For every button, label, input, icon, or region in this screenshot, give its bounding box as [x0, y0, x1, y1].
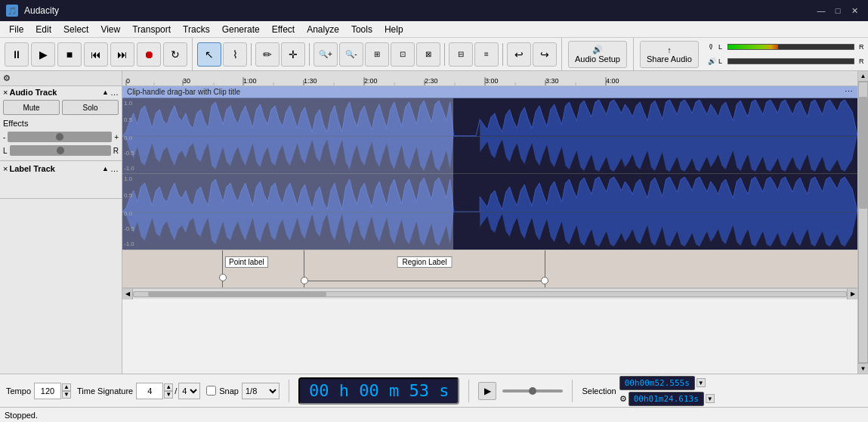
pan-row: L R [0, 144, 122, 157]
gear-icon[interactable]: ⚙ [619, 394, 627, 404]
scroll-up-button[interactable]: ▲ [858, 71, 868, 82]
audio-track-waveform[interactable]: Clip-handle drag-bar with Clip title ⋯ 1… [122, 86, 857, 250]
label-track-collapse[interactable]: ▲ [102, 165, 109, 172]
menu-tracks[interactable]: Tracks [177, 23, 216, 36]
v-scroll-track[interactable] [858, 82, 868, 363]
audio-setup-icon: 🔊 [592, 45, 603, 54]
audio-track-menu[interactable]: … [110, 88, 119, 97]
time-sig-num-down-button[interactable]: ▼ [164, 391, 173, 399]
zoom-in-button[interactable]: 🔍+ [314, 42, 338, 67]
settings-icon[interactable]: ⚙ [3, 73, 11, 83]
scroll-right-button[interactable]: ▶ [847, 289, 857, 299]
tempo-up-button[interactable]: ▲ [62, 383, 71, 391]
play-button[interactable]: ▶ [31, 42, 55, 67]
audio-track-collapse[interactable]: ▲ [102, 88, 109, 96]
envelope-tool-button[interactable]: ⌇ [223, 42, 247, 67]
small-play-button[interactable]: ▶ [478, 382, 496, 400]
playback-speed-slider[interactable] [502, 389, 563, 393]
maximize-button[interactable]: □ [830, 3, 845, 18]
transport-controls: ⏸ ▶ ■ ⏮ ⏭ ⏺ ↻ [0, 38, 193, 70]
share-audio-button[interactable]: ↑ Share Audio [640, 41, 699, 68]
tempo-down-button[interactable]: ▼ [62, 391, 71, 399]
menu-generate[interactable]: Generate [216, 23, 266, 36]
selection-section: Selection 00h00m52.555s ▼ ⚙ 00h01m24.613… [582, 376, 714, 406]
v-scrollbar[interactable]: ▲ ▼ [857, 71, 868, 374]
pause-button[interactable]: ⏸ [5, 42, 29, 67]
scroll-down-button[interactable]: ▼ [858, 363, 868, 374]
skip-start-button[interactable]: ⏮ [84, 42, 108, 67]
time-sig-num-up-button[interactable]: ▲ [164, 383, 173, 391]
audio-track-close[interactable]: × [3, 88, 8, 97]
solo-button[interactable]: Solo [62, 100, 119, 115]
scroll-left-button[interactable]: ◀ [122, 289, 133, 299]
menu-edit[interactable]: Edit [29, 23, 57, 36]
point-label-marker[interactable]: Point label [222, 250, 223, 287]
menu-effect[interactable]: Effect [266, 23, 301, 36]
multi-tool-button[interactable]: ✛ [281, 42, 305, 67]
menu-tools[interactable]: Tools [345, 23, 378, 36]
selection-label: Selection [582, 386, 616, 396]
menu-transport[interactable]: Transport [126, 23, 177, 36]
label-track-canvas[interactable]: Point label Region Label [122, 250, 857, 288]
skip-end-button[interactable]: ⏭ [110, 42, 134, 67]
snap-checkbox[interactable] [206, 386, 216, 396]
trim-button[interactable]: ⊟ [449, 42, 473, 67]
menu-view[interactable]: View [94, 23, 126, 36]
zoom-sel-button[interactable]: ⊡ [391, 42, 415, 67]
point-label-text[interactable]: Point label [225, 256, 268, 268]
undo-button[interactable]: ↩ [507, 42, 531, 67]
sel-start-display[interactable]: 00h00m52.555s [619, 376, 695, 390]
select-tool-button[interactable]: ↖ [197, 42, 221, 67]
audio-setup-button[interactable]: 🔊 Audio Setup [568, 41, 627, 68]
menu-analyze[interactable]: Analyze [301, 23, 345, 36]
waveform-container[interactable]: 1.0 0.5 0.0 -0.5 -1.0 [122, 98, 857, 250]
snap-select[interactable]: 1/8 1/4 1/2 [242, 383, 280, 399]
region-label-text[interactable]: Region Label [397, 256, 453, 268]
waveform-bottom-channel[interactable]: 1.0 0.5 0.0 -0.5 -1.0 [122, 174, 857, 250]
sel-end-dropdown[interactable]: ▼ [706, 394, 715, 403]
sel-end-display[interactable]: 00h01m24.613s [629, 392, 704, 406]
app-icon: 🎵 [6, 5, 18, 17]
minimize-button[interactable]: — [814, 3, 829, 18]
h-scroll-thumb[interactable] [148, 292, 326, 296]
menu-select[interactable]: Select [57, 23, 94, 36]
draw-tool-button[interactable]: ✏ [255, 42, 280, 67]
time-sig-denominator-select[interactable]: 4 2 8 [178, 383, 200, 399]
waveform-top-channel[interactable]: 1.0 0.5 0.0 -0.5 -1.0 [122, 98, 857, 174]
rec-meter-l[interactable] [727, 44, 854, 50]
effects-label: Effects [3, 119, 28, 128]
region-label-area[interactable]: Region Label [304, 250, 857, 287]
y-label-n1-0: -1.0 [124, 165, 134, 172]
record-button[interactable]: ⏺ [137, 42, 161, 67]
clip-header[interactable]: Clip-handle drag-bar with Clip title ⋯ [122, 86, 857, 98]
silence-button[interactable]: ≡ [474, 42, 499, 67]
vol-minus: - [3, 133, 5, 141]
mute-button[interactable]: Mute [3, 100, 60, 115]
time-signature-section: Time Signature ▲ ▼ / 4 2 8 [77, 383, 200, 399]
menu-help[interactable]: Help [378, 23, 409, 36]
menu-file[interactable]: File [3, 23, 29, 36]
h-scrollbar[interactable]: ◀ ▶ [122, 288, 857, 299]
zoom-out-button[interactable]: 🔍- [339, 42, 363, 67]
share-audio-icon: ↑ [667, 45, 672, 54]
volume-slider[interactable] [8, 132, 112, 142]
tempo-input[interactable] [34, 383, 61, 399]
redo-button[interactable]: ↪ [533, 42, 557, 67]
separator-bottom-3 [572, 380, 573, 402]
pan-slider[interactable] [10, 145, 111, 156]
play-meter-l[interactable] [727, 58, 854, 64]
loop-button[interactable]: ↻ [163, 42, 187, 67]
close-button[interactable]: ✕ [847, 3, 862, 18]
h-scroll-track[interactable] [133, 291, 847, 297]
label-track-close[interactable]: × [3, 164, 8, 173]
sel-start-dropdown[interactable]: ▼ [697, 378, 706, 387]
clip-menu-icon[interactable]: ⋯ [845, 87, 853, 97]
zoom-out-fit-button[interactable]: ⊠ [416, 42, 440, 67]
zoom-fit-button[interactable]: ⊞ [365, 42, 389, 67]
time-sig-numerator-input[interactable] [136, 383, 163, 399]
stop-button[interactable]: ■ [57, 42, 82, 67]
y-label2-n0-5: -0.5 [124, 225, 134, 232]
label-track-menu[interactable]: … [110, 164, 119, 173]
menu-bar: File Edit Select View Transport Tracks G… [0, 21, 868, 38]
v-scroll-thumb[interactable] [859, 97, 867, 209]
